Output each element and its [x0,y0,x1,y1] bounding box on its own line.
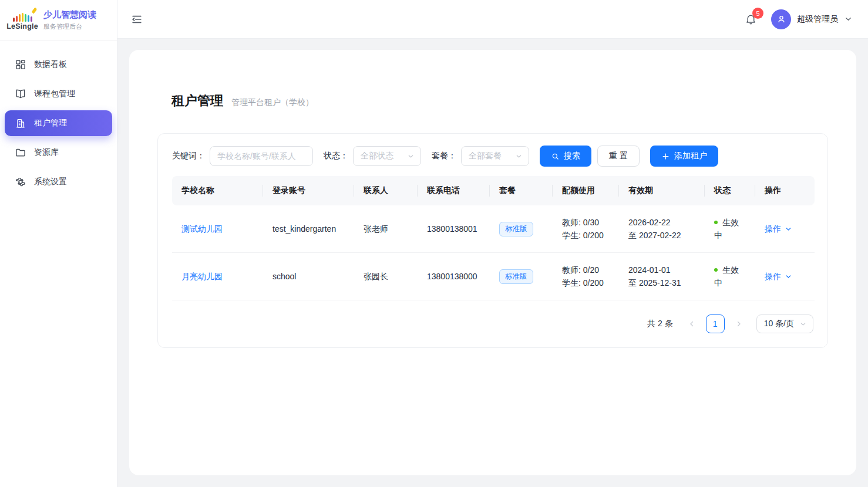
plus-icon [661,152,670,161]
chevron-down-icon [785,225,792,233]
sidebar-item-dashboard[interactable]: 数据看板 [5,52,112,77]
brand-logo-icon: LeSingle [7,10,38,31]
col-actions: 操作 [755,176,815,205]
login-account: school [263,253,354,300]
col-plan: 套餐 [490,176,553,205]
gear-icon [15,176,26,188]
prev-page-icon[interactable] [684,316,700,332]
dashboard-icon [15,59,26,70]
contact-name: 张老师 [354,205,418,253]
plan-tag: 标准版 [499,222,533,236]
col-phone: 联系电话 [418,176,490,205]
status-select[interactable]: 全部状态 [353,146,421,166]
sidebar-item-course-packages[interactable]: 课程包管理 [5,81,112,107]
page-number-button[interactable]: 1 [706,314,725,333]
topbar: 5 超级管理员 [117,0,868,39]
school-name-link[interactable]: 测试幼儿园 [181,224,223,234]
chevron-down-icon [844,15,853,23]
plan-tag: 标准版 [499,269,533,284]
validity-cell: 2026-02-22 至 2027-02-22 [619,205,705,253]
contact-phone: 13800138000 [418,253,490,300]
filter-bar: 关键词： 状态： 全部状态 套餐： 全部套餐 搜索 [172,146,813,167]
sidebar-item-label: 课程包管理 [34,89,75,99]
status-badge: 生效中 [714,265,739,288]
plan-select[interactable]: 全部套餐 [461,146,529,166]
status-cell: 生效中 [705,205,755,253]
notification-bell-icon[interactable]: 5 [745,13,757,25]
status-dot [714,221,718,224]
sidebar-item-label: 系统设置 [34,177,67,187]
quota-cell: 教师: 0/20 学生: 0/200 [553,253,619,300]
building-icon [15,117,26,129]
status-label: 状态： [324,151,348,161]
quota-cell: 教师: 0/30 学生: 0/200 [553,205,619,253]
chevron-down-icon [407,153,415,160]
page-content: 租户管理 管理平台租户（学校） 关键词： 状态： 全部状态 套餐： 全部套餐 [117,39,868,487]
col-contact: 联系人 [354,176,418,205]
search-button[interactable]: 搜索 [540,146,591,167]
sidebar-item-resource-library[interactable]: 资源库 [5,140,112,165]
folder-icon [15,147,26,158]
contact-phone: 13800138001 [418,205,490,253]
avatar [771,9,791,29]
sidebar-collapse-icon[interactable] [130,13,143,26]
chevron-down-icon [785,273,792,280]
user-name: 超级管理员 [797,14,838,25]
brand-title: 少儿智慧阅读 [43,9,96,21]
login-account: test_kindergarten [263,205,354,253]
pagination-total: 共 2 条 [647,319,673,329]
keyword-input[interactable] [210,146,313,166]
sidebar: LeSingle 少儿智慧阅读 服务管理后台 数据看板 课程包管理 租户管理 [0,0,117,487]
chevron-down-icon [515,153,523,160]
school-name-link[interactable]: 月亮幼儿园 [181,272,223,281]
sidebar-item-tenant-management[interactable]: 租户管理 [5,110,112,136]
tenant-table: 学校名称 登录账号 联系人 联系电话 套餐 配额使用 有效期 状态 操作 [172,176,815,300]
pagination: 共 2 条 1 10 条/页 [172,314,813,333]
status-badge: 生效中 [714,218,739,240]
brand-area: LeSingle 少儿智慧阅读 服务管理后台 [0,0,117,41]
col-quota: 配额使用 [553,176,619,205]
search-icon [551,152,560,161]
page-subtitle: 管理平台租户（学校） [231,97,314,108]
col-login-account: 登录账号 [263,176,354,205]
book-icon [15,88,26,100]
sidebar-item-label: 资源库 [34,147,59,158]
col-status: 状态 [705,176,755,205]
table-row: 测试幼儿园 test_kindergarten 张老师 13800138001 … [172,205,815,253]
brand-logo-text: LeSingle [6,22,38,31]
table-row: 月亮幼儿园 school 张园长 13800138000 标准版 教师: 0/2… [172,253,815,300]
col-validity: 有效期 [619,176,705,205]
brand-subtitle: 服务管理后台 [43,22,96,31]
user-menu[interactable]: 超级管理员 [771,9,853,29]
sidebar-item-label: 数据看板 [34,59,67,70]
row-actions-dropdown[interactable]: 操作 [765,270,792,283]
page-title: 租户管理 [171,92,223,110]
keyword-label: 关键词： [172,151,205,161]
reset-button[interactable]: 重 置 [597,146,640,167]
row-actions-dropdown[interactable]: 操作 [765,222,792,235]
table-header-row: 学校名称 登录账号 联系人 联系电话 套餐 配额使用 有效期 状态 操作 [172,176,815,205]
chevron-down-icon [799,320,807,328]
status-dot [714,268,718,272]
contact-name: 张园长 [354,253,418,300]
sidebar-item-system-settings[interactable]: 系统设置 [5,169,112,195]
tenant-panel: 关键词： 状态： 全部状态 套餐： 全部套餐 搜索 [157,133,828,348]
sidebar-menu: 数据看板 课程包管理 租户管理 资源库 系统设置 [0,41,117,205]
status-cell: 生效中 [705,253,755,300]
notification-count-badge: 5 [752,8,763,19]
col-school-name: 学校名称 [172,176,263,205]
sidebar-item-label: 租户管理 [34,118,67,128]
main-area: 5 超级管理员 租户管理 管理平台租户（学校） 关键词： [117,0,868,487]
content-card: 租户管理 管理平台租户（学校） 关键词： 状态： 全部状态 套餐： 全部套餐 [129,50,856,475]
validity-cell: 2024-01-01 至 2025-12-31 [619,253,705,300]
next-page-icon[interactable] [731,316,747,332]
add-tenant-button[interactable]: 添加租户 [650,146,718,167]
plan-label: 套餐： [432,151,456,161]
page-size-select[interactable]: 10 条/页 [756,314,813,333]
